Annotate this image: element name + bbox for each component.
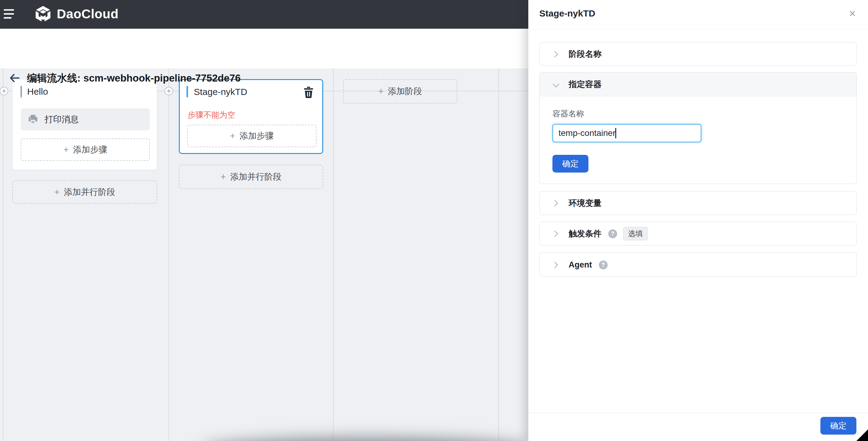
- section-label: 指定容器: [568, 79, 601, 90]
- delete-stage-icon[interactable]: [303, 87, 314, 98]
- add-stage-label: 添加阶段: [388, 86, 422, 97]
- container-name-label: 容器名称: [552, 109, 584, 119]
- add-parallel-label: 添加并行阶段: [64, 186, 115, 198]
- step-item-print-message[interactable]: 打印消息: [21, 109, 150, 130]
- drawer-header: Stage-nykTD ×: [528, 0, 868, 29]
- drawer-footer: 确定: [528, 413, 868, 441]
- section-stage-name-header[interactable]: 阶段名称: [539, 42, 857, 66]
- section-env-variables-header[interactable]: 环境变量: [539, 192, 857, 215]
- mouse-cursor: [857, 430, 868, 441]
- section-label: 阶段名称: [568, 49, 601, 60]
- help-question-icon[interactable]: ?: [608, 229, 617, 238]
- stage-validation-error: 步骤不能为空: [188, 110, 235, 120]
- stage-name: Hello: [27, 86, 48, 98]
- button-label: 确定: [830, 420, 847, 431]
- back-arrow-icon[interactable]: [8, 72, 20, 84]
- section-label: 触发条件: [568, 228, 601, 239]
- stage-card-hello[interactable]: Hello 打印消息 + 添加步骤: [12, 79, 157, 170]
- stage-card-stage-nyktd[interactable]: Stage-nykTD 步骤不能为空 + 添加步骤: [179, 79, 323, 154]
- insert-stage-node-button[interactable]: +: [164, 87, 173, 95]
- plus-icon: +: [2, 87, 6, 95]
- stage-config-drawer: Stage-nykTD × 阶段名称 指定容器 容器名称 确定: [528, 0, 868, 441]
- add-parallel-stage-button[interactable]: + 添加并行阶段: [12, 180, 157, 204]
- help-question-icon[interactable]: ?: [599, 261, 608, 269]
- section-agent-header[interactable]: Agent ?: [539, 253, 857, 277]
- chevron-right-icon: [552, 200, 558, 206]
- bottom-overlay-shadow: [202, 439, 537, 441]
- hamburger-menu-icon[interactable]: [4, 9, 17, 20]
- plus-icon: +: [63, 145, 69, 154]
- column-separator: [498, 68, 499, 441]
- plus-icon: +: [167, 87, 171, 95]
- optional-badge: 选填: [623, 227, 648, 240]
- section-agent: Agent ?: [539, 252, 857, 277]
- drawer-confirm-button[interactable]: 确定: [820, 417, 857, 435]
- app-root: + + Hello 打印消息 + 添加步骤: [0, 0, 868, 441]
- section-trigger-condition-header[interactable]: 触发条件 ? 选填: [539, 222, 857, 245]
- column-separator: [3, 68, 3, 441]
- page-title: 编辑流水线: scm-webhook-pipeline-7752de76: [27, 72, 241, 84]
- section-label: Agent: [568, 260, 592, 270]
- section-label: 环境变量: [568, 198, 601, 209]
- chevron-right-icon: [552, 230, 558, 237]
- step-label: 打印消息: [44, 114, 79, 125]
- chevron-right-icon: [552, 261, 558, 268]
- text-caret: [615, 128, 616, 138]
- chevron-right-icon: [552, 51, 558, 57]
- insert-stage-node-button[interactable]: +: [0, 87, 8, 95]
- add-parallel-stage-button[interactable]: + 添加并行阶段: [179, 165, 323, 189]
- add-step-button[interactable]: + 添加步骤: [21, 138, 150, 161]
- container-name-input[interactable]: [552, 124, 701, 142]
- drawer-title: Stage-nykTD: [539, 8, 595, 19]
- brand-logo[interactable]: DaoCloud: [34, 5, 118, 23]
- plus-icon: +: [230, 131, 235, 141]
- column-separator: [168, 68, 169, 441]
- add-stage-button[interactable]: + 添加阶段: [343, 79, 457, 104]
- stage-color-bar: [186, 86, 188, 97]
- container-name-input-wrap: [552, 124, 701, 142]
- section-stage-name: 阶段名称: [539, 42, 857, 66]
- brand-name: DaoCloud: [57, 5, 118, 23]
- button-label: 确定: [562, 158, 579, 169]
- section-trigger-condition: 触发条件 ? 选填: [539, 222, 857, 245]
- stage-name: Stage-nykTD: [194, 86, 247, 98]
- printer-icon: [28, 114, 38, 125]
- add-step-label: 添加步骤: [240, 130, 274, 142]
- stage-color-bar: [21, 86, 22, 97]
- close-icon[interactable]: ×: [849, 7, 856, 20]
- daocloud-cube-icon: [34, 5, 52, 23]
- plus-icon: +: [54, 187, 60, 197]
- chevron-down-icon: [553, 81, 559, 87]
- add-step-label: 添加步骤: [73, 144, 107, 155]
- add-step-button[interactable]: + 添加步骤: [187, 125, 316, 147]
- container-confirm-button[interactable]: 确定: [552, 155, 588, 173]
- section-env-variables: 环境变量: [539, 191, 857, 215]
- section-specify-container-header[interactable]: 指定容器: [539, 72, 857, 96]
- section-specify-container: 指定容器 容器名称 确定: [539, 72, 857, 184]
- plus-icon: +: [378, 87, 384, 96]
- add-parallel-label: 添加并行阶段: [230, 171, 281, 183]
- column-separator: [333, 68, 334, 441]
- plus-icon: +: [221, 172, 226, 181]
